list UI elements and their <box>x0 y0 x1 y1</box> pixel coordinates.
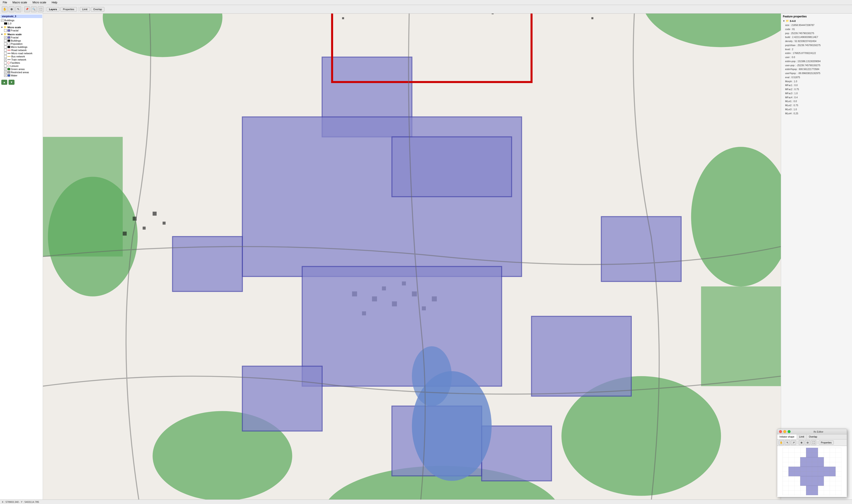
move-up-button[interactable]: ▲ <box>1 80 7 85</box>
swatch-train-network <box>7 59 11 60</box>
checkbox-facilities[interactable] <box>4 61 7 64</box>
tree-row-green-areas[interactable]: ✓ Green areas <box>4 68 42 71</box>
tree-row-macro-buildings[interactable]: Buildings <box>4 39 42 42</box>
toolbar-separator2 <box>45 7 45 12</box>
ifs-editor-title: Ifs Editor <box>792 430 845 433</box>
checkbox-macro-buildings[interactable] <box>4 39 7 42</box>
tool-zoom[interactable]: ⊕ <box>8 6 15 12</box>
properties-button[interactable]: Properties <box>60 7 77 12</box>
ifs-tool-fullscreen[interactable]: ⛶ <box>811 440 816 445</box>
label-restricted-areas: Restricted areas <box>11 71 29 74</box>
tree-expand-icon: ▼ <box>783 20 785 22</box>
tool-pin[interactable]: 📌 <box>24 6 30 12</box>
svg-rect-26 <box>123 232 127 236</box>
folder-icon: 📁 <box>786 19 789 22</box>
ifs-grid-content[interactable] <box>777 446 847 497</box>
ifs-tab-initiator[interactable]: Initiator shape <box>777 434 797 439</box>
tree-row-bus-network[interactable]: Bus network <box>4 55 42 58</box>
checkbox-train-network[interactable]: ✓ <box>4 58 7 61</box>
map-area[interactable] <box>43 14 781 500</box>
tree-row-micro-road[interactable]: Micro road network <box>4 52 42 55</box>
tree-row-macro-fractal[interactable]: ✓ Fractal <box>4 36 42 39</box>
ifs-tool-pan[interactable]: ✋ <box>779 440 784 445</box>
label-macro-buildings: Buildings <box>11 39 21 42</box>
layers-button[interactable]: Layers <box>47 7 59 12</box>
svg-rect-23 <box>143 227 145 230</box>
svg-rect-38 <box>302 267 502 386</box>
ifs-tool-cursor[interactable]: ↗ <box>791 440 796 445</box>
prop-mlei1: MLei1 : 0.0 <box>785 100 850 104</box>
checkbox-road-network[interactable] <box>4 49 7 52</box>
label-green-areas: Green areas <box>11 68 25 71</box>
menu-file[interactable]: File <box>2 1 8 4</box>
checkbox-restricted-areas[interactable]: ✓ <box>4 71 7 74</box>
ifs-tool-zoom-in[interactable]: ⊕ <box>799 440 804 445</box>
tree-row-micro-fractal[interactable]: Fractal <box>4 29 42 32</box>
prop-estimpop: estim%pop : 600.561221773584 <box>785 67 850 71</box>
tool-zoom-in[interactable]: 🔍 <box>31 6 37 12</box>
checkbox-population[interactable] <box>4 42 7 45</box>
ifs-tab-overlap[interactable]: Overlap <box>806 434 819 439</box>
prop-mfac1: MFac1 : 0.0 <box>785 83 850 87</box>
feature-properties-title: Feature properties <box>783 15 850 18</box>
swatch-population <box>7 43 10 45</box>
traffic-light-yellow[interactable] <box>783 430 786 433</box>
tree-row-macro-scale[interactable]: ▼ 📁 Macro scale <box>0 33 42 36</box>
ifs-tool-zoom-out[interactable]: ⊖ <box>805 440 810 445</box>
overlap-tab[interactable]: Overlap <box>91 7 105 12</box>
svg-rect-40 <box>173 236 242 291</box>
checkbox-micro-fractal[interactable] <box>4 29 7 32</box>
tool-select[interactable]: ↖ <box>15 6 21 12</box>
prop-size: size : 21858.954447208787 <box>785 23 850 27</box>
ifs-tab-limit[interactable]: Limit <box>797 434 806 439</box>
svg-rect-8 <box>43 137 123 257</box>
tree-row-micro-scale[interactable]: ▼ 📁 Micro scale <box>0 25 42 29</box>
checkbox-water[interactable]: ✓ <box>4 74 7 77</box>
checkbox-green-areas[interactable]: ✓ <box>4 68 7 71</box>
svg-rect-41 <box>601 217 681 282</box>
tool-pan[interactable]: ✋ <box>2 6 8 12</box>
tree-row-restricted-areas[interactable]: ✓ Restricted areas <box>4 71 42 74</box>
checkbox-macro-fractal[interactable]: ✓ <box>4 36 7 39</box>
svg-rect-17 <box>492 14 494 14</box>
swatch-water <box>7 74 10 76</box>
left-panel: sierpinski_3 ✓ Buildings 1.0 ▼ 📁 M <box>0 14 43 500</box>
label-population: Population <box>11 42 23 45</box>
traffic-light-red[interactable] <box>779 430 782 433</box>
layer-nav: ▲ ▼ <box>0 79 42 86</box>
checkbox-leisure[interactable] <box>4 65 7 67</box>
svg-rect-15 <box>342 17 344 19</box>
ifs-tool-select[interactable]: ↖ <box>785 440 790 445</box>
feature-node-row[interactable]: ▼ 📁 0-4-0 <box>783 19 850 22</box>
tree-row-facilities[interactable]: Facilities <box>4 61 42 65</box>
ifs-properties-button[interactable]: Properties <box>819 440 834 445</box>
checkbox-micro-road[interactable] <box>4 52 7 55</box>
checkbox-bus-network[interactable] <box>4 55 7 58</box>
ifs-shape-canvas <box>783 448 841 495</box>
tree-section-micro: ▼ 📁 Micro scale Fractal <box>0 25 42 32</box>
move-down-button[interactable]: ▼ <box>8 80 15 85</box>
prop-code: code : 01 <box>785 27 850 31</box>
tool-fullscreen[interactable]: ⛶ <box>38 6 43 12</box>
menu-macro-scale[interactable]: Macro scale <box>12 1 28 4</box>
traffic-light-green[interactable] <box>787 430 791 433</box>
menu-micro-scale[interactable]: Micro scale <box>32 1 47 4</box>
svg-rect-19 <box>591 17 593 19</box>
label-micro-road: Micro road network <box>11 52 33 55</box>
prop-mlei3: MLei3 : 1.0 <box>785 108 850 112</box>
tree-row-buildings[interactable]: ✓ Buildings <box>0 19 42 22</box>
limit-tab[interactable]: Limit <box>80 7 90 12</box>
label-water: Water <box>11 74 17 77</box>
tree-row-water[interactable]: ✓ Water <box>4 74 42 77</box>
tree-root[interactable]: sierpinski_3 <box>0 15 42 18</box>
tree-row-micro-buildings[interactable]: Micro buildings <box>4 46 42 49</box>
tree-row-road-network[interactable]: Road network <box>4 49 42 52</box>
tree-row-population[interactable]: Population <box>4 42 42 46</box>
checkbox-micro-buildings[interactable] <box>4 46 7 48</box>
tree-row-train-network[interactable]: ✓ Train network <box>4 58 42 61</box>
label-leisure: Leisure <box>11 65 19 67</box>
tree-row-leisure[interactable]: Leisure <box>4 65 42 68</box>
menu-help[interactable]: Help <box>51 1 58 4</box>
label-facilities: Facilities <box>11 61 20 64</box>
checkbox-buildings[interactable]: ✓ <box>1 19 4 22</box>
